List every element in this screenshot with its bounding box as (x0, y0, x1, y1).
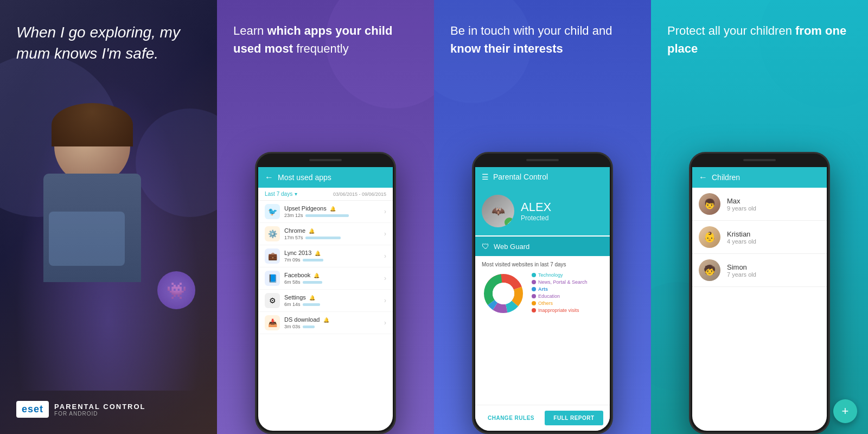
app-icon-1: 🐦 (265, 204, 280, 219)
arrow-icon-2: › (384, 230, 386, 238)
app-icon-2: ⚙️ (265, 226, 280, 241)
app-time-6: 3m 03s (284, 324, 301, 329)
back-arrow-icon[interactable]: ← (265, 173, 273, 182)
full-report-button[interactable]: FULL REPORT (545, 411, 603, 425)
screen3-header: ☰ Parental Control (475, 167, 610, 187)
app-bar-5: 6m 14s (284, 302, 384, 307)
phone-speaker-3 (526, 159, 559, 161)
arrow-icon-3: › (384, 252, 386, 260)
profile-info: ALEX Protected (521, 200, 551, 222)
child-photo-simon: 🧒 (704, 264, 716, 276)
panel-hero: 👾 When I go exploring, my mum knows I'm … (0, 0, 217, 434)
eset-logo: eset PARENTAL CONTROL FOR ANDROID (16, 401, 146, 418)
legend-label-3: Arts (538, 286, 548, 292)
legend-label-6: Inappropriate visits (538, 308, 579, 313)
phone-screen-4: ← Children 👦 Max 9 years old 👶 Kr (692, 167, 827, 431)
panel2-text-normal: Learn (233, 24, 267, 37)
child-item-kristian[interactable]: 👶 Kristian 4 years old (692, 221, 827, 254)
app-item-4[interactable]: 📘 Facebook 🔔 6m 58s › (258, 267, 393, 290)
legend-dot-2 (532, 280, 536, 284)
profile-name: ALEX (521, 200, 551, 214)
tablet-glow (49, 212, 125, 266)
legend-item-2: News, Portal & Search (532, 279, 588, 285)
child-age-kristian: 4 years old (727, 238, 756, 245)
app-bar-1: 23m 12s (284, 213, 384, 218)
profile-avatar: 🦇 ✓ (482, 195, 514, 227)
app-icon-4: 📘 (265, 271, 280, 286)
chart-legend: Technology News, Portal & Search Arts (482, 272, 603, 315)
child-avatar-max: 👦 (699, 193, 720, 215)
child-avatar-kristian: 👶 (699, 226, 720, 248)
app-name-5: Settings 🔔 (284, 294, 384, 301)
panel-children: Protect all your children from one place… (651, 0, 868, 434)
app-item-3[interactable]: 💼 Lync 2013 🔔 7m 09s › (258, 245, 393, 267)
back-arrow-icon-4[interactable]: ← (699, 173, 707, 182)
panel-parental-control: Be in touch with your child and know the… (434, 0, 651, 434)
panel4-text-normal: Protect all your children (667, 24, 795, 37)
panel3-text-normal: Be in touch with your child and (450, 24, 612, 37)
child-silhouette: 👾 (0, 76, 217, 391)
app-name-6: DS download 🔔 (284, 316, 384, 323)
app-item-2[interactable]: ⚙️ Chrome 🔔 17m 57s › (258, 223, 393, 245)
notify-icon-2: 🔔 (309, 228, 315, 234)
eset-brand: eset (16, 401, 49, 418)
eset-product: PARENTAL CONTROL (54, 403, 146, 411)
panel2-headline: Learn which apps your child used most fr… (233, 22, 418, 58)
webguard-icon: 🛡 (482, 242, 489, 251)
phone-speaker (309, 159, 342, 161)
app-time-2: 17m 57s (284, 235, 303, 240)
child-name-simon: Simon (727, 263, 756, 271)
hero-text: When I go exploring, my mum knows I'm sa… (16, 24, 180, 62)
child-info-kristian: Kristian 4 years old (727, 230, 756, 245)
app-time-4: 6m 58s (284, 279, 301, 285)
arrow-icon-1: › (384, 208, 386, 215)
screen3-buttons: CHANGE RULES FULL REPORT (475, 405, 610, 431)
panel-most-used: Learn which apps your child used most fr… (217, 0, 434, 434)
child-photo-max: 👦 (704, 198, 716, 210)
filter-period[interactable]: Last 7 days ▾ (265, 191, 297, 197)
app-item-1[interactable]: 🐦 Upset Pidgeons 🔔 23m 12s › (258, 201, 393, 223)
screen2-filter[interactable]: Last 7 days ▾ 03/06/2015 - 09/06/2015 (258, 188, 393, 201)
notify-icon-1: 🔔 (330, 206, 336, 212)
child-age-max: 9 years old (727, 205, 756, 212)
child-item-simon[interactable]: 🧒 Simon 7 years old (692, 254, 827, 287)
time-bar-6 (303, 326, 315, 328)
time-bar-1 (305, 214, 349, 217)
screen2-header: ← Most used apps (258, 167, 393, 188)
most-visited-title: Most visited websites in last 7 days (482, 261, 603, 267)
legend-label-1: Technology (538, 272, 563, 278)
legend-dot-5 (532, 301, 536, 305)
child-item-max[interactable]: 👦 Max 9 years old (692, 188, 827, 221)
eset-label-group: PARENTAL CONTROL FOR ANDROID (54, 403, 146, 417)
legend-dot-6 (532, 308, 536, 312)
app-item-6[interactable]: 📥 DS download 🔔 3m 03s › (258, 312, 393, 334)
eset-platform: FOR ANDROID (54, 411, 146, 417)
notify-icon-6: 🔔 (323, 317, 329, 323)
arrow-icon-4: › (384, 275, 386, 282)
arrow-icon-6: › (384, 319, 386, 327)
notify-icon-4: 🔔 (314, 273, 320, 278)
panel4-headline: Protect all your children from one place (667, 22, 852, 58)
app-item-5[interactable]: ⚙ Settings 🔔 6m 14s › (258, 290, 393, 312)
app-icon-3: 💼 (265, 248, 280, 264)
child-age-simon: 7 years old (727, 271, 756, 278)
change-rules-button[interactable]: CHANGE RULES (482, 411, 540, 425)
time-bar-2 (305, 237, 341, 239)
legend-dot-3 (532, 287, 536, 291)
dropdown-icon: ▾ (295, 191, 297, 197)
phone-mockup-2: ← Most used apps Last 7 days ▾ 03/06/201… (255, 152, 396, 434)
panel3-text-bold: know their interests (450, 42, 563, 55)
time-bar-4 (303, 281, 322, 284)
legend-item-1: Technology (532, 272, 588, 278)
app-info-5: Settings 🔔 6m 14s (284, 294, 384, 307)
add-child-button[interactable]: + (833, 399, 857, 423)
app-info-2: Chrome 🔔 17m 57s (284, 227, 384, 240)
menu-icon[interactable]: ☰ (482, 173, 489, 181)
webguard-bar[interactable]: 🛡 Web Guard (475, 237, 610, 256)
app-bar-2: 17m 57s (284, 235, 384, 240)
panel3-headline: Be in touch with your child and know the… (450, 22, 635, 58)
notify-icon-5: 🔔 (309, 295, 315, 301)
protected-check-icon: ✓ (505, 218, 514, 227)
date-range: 03/06/2015 - 09/06/2015 (333, 192, 386, 197)
legend-item-4: Education (532, 293, 588, 299)
